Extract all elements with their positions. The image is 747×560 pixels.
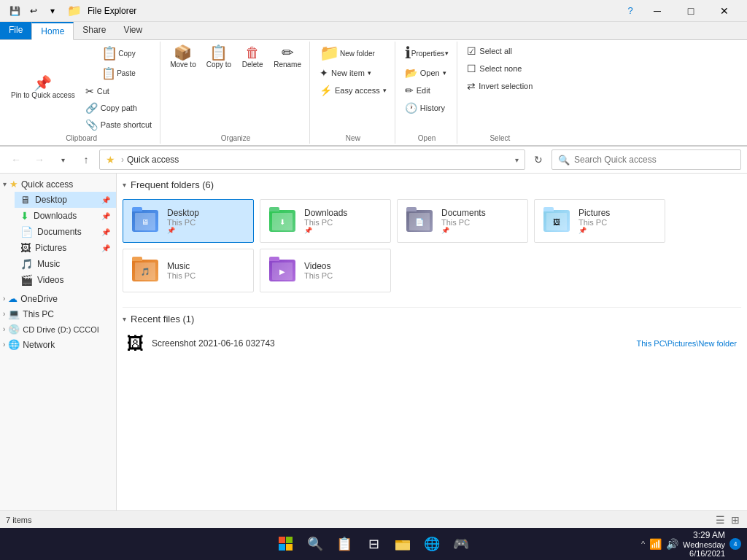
forward-button[interactable]: →: [29, 149, 50, 170]
folder-tile-desktop[interactable]: 🖥 Desktop This PC 📌: [123, 199, 254, 243]
onedrive-icon: ☁: [8, 293, 18, 304]
copy-path-icon: 🔗: [85, 102, 98, 114]
sidebar-item-desktop[interactable]: 🖥 Desktop 📌: [15, 192, 116, 208]
invert-selection-button[interactable]: ⇄ Invert selection: [463, 78, 536, 94]
volume-tray-icon[interactable]: 🔊: [666, 538, 678, 550]
new-item-button[interactable]: ✦ New item ▾: [316, 65, 375, 81]
properties-dropdown: ▾: [445, 50, 449, 57]
recent-locations-button[interactable]: ▾: [53, 149, 73, 170]
sidebar-item-videos[interactable]: 🎬 Videos: [15, 272, 116, 288]
pictures-icon: 🖼: [20, 242, 31, 254]
frequent-folders-header: ▾ Frequent folders (6): [123, 179, 741, 190]
taskbar-search-button[interactable]: 🔍: [302, 531, 328, 557]
tab-home[interactable]: Home: [31, 22, 74, 40]
folder-tile-pictures[interactable]: 🖼 Pictures This PC 📌: [534, 199, 665, 243]
file-explorer-taskbar-icon: [395, 537, 410, 551]
large-icons-view-button[interactable]: ⊞: [729, 514, 741, 526]
paste-icon: 📋: [101, 66, 116, 80]
windows-logo-icon: [279, 537, 293, 551]
minimize-button[interactable]: ─: [640, 0, 674, 22]
sidebar-onedrive-header[interactable]: › ☁ OneDrive: [0, 291, 116, 306]
notification-button[interactable]: 4: [729, 538, 741, 550]
select-none-button[interactable]: ☐ Select none: [463, 61, 525, 77]
frequent-toggle-icon[interactable]: ▾: [123, 181, 126, 189]
taskbar-right: ^ 📶 🔊 3:29 AM Wednesday6/16/2021 4: [641, 530, 741, 558]
search-box[interactable]: 🔍: [551, 149, 741, 170]
folder-tile-documents[interactable]: 📄 Documents This PC 📌: [397, 199, 528, 243]
sidebar-item-documents[interactable]: 📄 Documents 📌: [15, 224, 116, 240]
easy-access-button[interactable]: ⚡ Easy access ▾: [316, 82, 390, 98]
pin-to-quick-access-button[interactable]: 📌 Pin to Quick access: [7, 74, 79, 102]
system-clock[interactable]: 3:29 AM Wednesday6/16/2021: [683, 530, 725, 558]
sidebar-item-downloads[interactable]: ⬇ Downloads 📌: [15, 208, 116, 224]
copy-path-button[interactable]: 🔗 Copy path: [82, 100, 155, 116]
organize-buttons: 📦 Move to 📋 Copy to 🗑 Delete ✏ Rename: [166, 43, 305, 133]
address-text: Quick access: [127, 155, 512, 165]
search-input[interactable]: [574, 155, 735, 165]
copy-to-button[interactable]: 📋 Copy to: [203, 43, 235, 71]
rename-button[interactable]: ✏ Rename: [270, 43, 305, 71]
sidebar-item-music[interactable]: 🎵 Music: [15, 256, 116, 272]
status-bar: 7 items ☰ ⊞: [0, 510, 747, 528]
new-folder-button[interactable]: 📁 New folder: [316, 43, 379, 63]
back-button[interactable]: ←: [6, 149, 26, 170]
sidebar-thispc-header[interactable]: › 💻 This PC: [0, 306, 116, 322]
tab-share[interactable]: Share: [74, 22, 115, 39]
tab-view[interactable]: View: [115, 22, 151, 39]
ribbon-group-clipboard: 📌 Pin to Quick access 📋 Copy 📋 Paste ✂ C…: [3, 42, 160, 144]
videos-folder-shape: ▶: [269, 260, 295, 281]
open-button[interactable]: 📂 Open ▾: [401, 65, 450, 81]
move-to-button[interactable]: 📦 Move to: [166, 43, 200, 71]
new-item-dropdown: ▾: [368, 69, 371, 77]
ribbon-content: 📌 Pin to Quick access 📋 Copy 📋 Paste ✂ C…: [0, 40, 747, 146]
taskbar-widgets-button[interactable]: ⊟: [360, 531, 387, 557]
recent-toggle-icon[interactable]: ▾: [123, 315, 126, 323]
network-tray-icon[interactable]: 📶: [649, 538, 662, 550]
sidebar-network-header[interactable]: › 🌐 Network: [0, 337, 116, 352]
select-label: Select: [489, 134, 510, 142]
show-hidden-icons[interactable]: ^: [641, 540, 645, 548]
clock-time: 3:29 AM: [683, 530, 725, 540]
taskbar-edge-button[interactable]: 🌐: [419, 531, 445, 557]
title-bar-left: 💾 ↩ ▾ 📁 File Explorer: [6, 2, 136, 20]
folder-tile-music[interactable]: 🎵 Music This PC: [123, 249, 254, 292]
up-button[interactable]: ↑: [76, 149, 96, 170]
address-dropdown-icon[interactable]: ▾: [515, 156, 519, 164]
taskbar-fileexplorer-button[interactable]: [390, 531, 416, 557]
qat-save[interactable]: 💾: [6, 2, 23, 20]
sidebar-cddrive-header[interactable]: › 💿 CD Drive (D:) CCCOI: [0, 322, 116, 337]
qat-undo[interactable]: ↩: [25, 2, 42, 20]
taskbar-start-button[interactable]: [273, 531, 299, 557]
title-bar-controls: ? ─ □ ✕: [620, 0, 741, 22]
app-icon: 📁: [67, 4, 82, 18]
paste-shortcut-button[interactable]: 📎 Paste shortcut: [82, 117, 155, 133]
properties-button[interactable]: ℹ Properties ▾: [401, 43, 453, 63]
pin-indicator-documents: 📌: [441, 227, 486, 234]
taskbar-taskview-button[interactable]: 📋: [331, 531, 357, 557]
edit-button[interactable]: ✏ Edit: [401, 82, 434, 98]
qat-dropdown[interactable]: ▾: [44, 2, 61, 20]
folder-tile-downloads[interactable]: ⬇ Downloads This PC 📌: [260, 199, 391, 243]
help-button[interactable]: ?: [620, 0, 640, 22]
close-button[interactable]: ✕: [708, 0, 741, 22]
copy-button[interactable]: 📋 Copy: [82, 43, 155, 63]
refresh-button[interactable]: ↻: [528, 149, 549, 170]
delete-button[interactable]: 🗑 Delete: [238, 43, 267, 71]
details-view-button[interactable]: ☰: [714, 514, 727, 526]
items-count: 7 items: [6, 516, 31, 524]
recent-file-item-0[interactable]: 🖼 Screenshot 2021-06-16 032743 This PC\P…: [123, 330, 741, 357]
edit-icon: ✏: [405, 85, 414, 96]
paste-button[interactable]: 📋 Paste: [82, 64, 155, 82]
maximize-button[interactable]: □: [674, 0, 708, 22]
cut-button[interactable]: ✂ Cut: [82, 83, 155, 99]
taskbar-store-button[interactable]: 🎮: [448, 531, 474, 557]
star-icon: ★: [9, 179, 18, 190]
folder-tile-videos[interactable]: ▶ Videos This PC: [260, 249, 391, 292]
select-all-button[interactable]: ☑ Select all: [463, 43, 516, 59]
address-box[interactable]: ★ › Quick access ▾: [99, 149, 525, 170]
sidebar-quick-access-header[interactable]: ▾ ★ Quick access: [0, 176, 116, 192]
sidebar-item-pictures[interactable]: 🖼 Pictures 📌: [15, 240, 116, 256]
network-label: Network: [23, 340, 55, 350]
history-button[interactable]: 🕐 History: [401, 100, 449, 116]
tab-file[interactable]: File: [0, 22, 31, 39]
